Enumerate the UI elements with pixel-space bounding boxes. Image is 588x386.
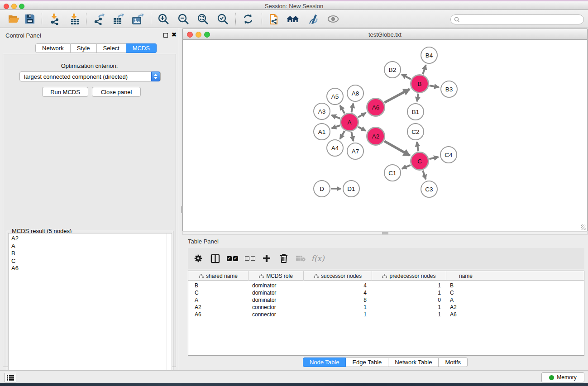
tab-network[interactable]: Network <box>35 43 71 53</box>
graph-node-B2[interactable]: B2 <box>384 61 401 78</box>
unselect-all-columns-icon[interactable] <box>244 253 256 264</box>
tab-select[interactable]: Select <box>97 43 126 53</box>
table-cell[interactable]: 4 <box>304 282 372 289</box>
table-cell[interactable]: A2 <box>188 304 249 311</box>
table-cell[interactable]: A6 <box>446 311 485 318</box>
table-cell[interactable]: 4 <box>304 289 372 296</box>
table-row[interactable]: Bdominator41B <box>188 282 584 289</box>
tab-node-table[interactable]: Node Table <box>303 357 346 367</box>
mcds-result-scrollbar[interactable] <box>167 233 172 386</box>
table-cell[interactable]: dominator <box>249 289 304 296</box>
graph-edge-A6-B[interactable] <box>384 89 410 103</box>
network-vertical-scrollbar-thumb[interactable] <box>181 206 183 213</box>
window-resize-grip-icon[interactable] <box>581 224 586 230</box>
delete-trash-icon[interactable] <box>278 253 290 264</box>
mcds-result-list[interactable]: A2ABCA6 <box>8 233 167 386</box>
table-row[interactable]: A2connector11A2 <box>188 304 584 311</box>
refresh-icon[interactable] <box>242 13 254 25</box>
graph-node-C1[interactable]: C1 <box>384 164 401 181</box>
table-row[interactable]: Adominator80A <box>188 296 584 304</box>
graph-node-D1[interactable]: D1 <box>343 180 360 197</box>
task-history-list-button[interactable] <box>5 373 16 382</box>
import-table-icon[interactable] <box>69 13 81 25</box>
network-horizontal-scrollbar-thumb[interactable] <box>382 232 388 234</box>
table-cell[interactable]: 1 <box>304 311 372 318</box>
graph-edge-B-B3[interactable] <box>430 86 439 87</box>
graph-edge-C-C2[interactable] <box>417 142 418 151</box>
eye-icon[interactable] <box>327 13 339 25</box>
table-cell[interactable]: 1 <box>304 304 372 311</box>
graph-edge-B-B4[interactable] <box>423 65 426 74</box>
graph-node-C[interactable]: C <box>410 152 429 171</box>
export-image-icon[interactable] <box>132 13 143 25</box>
graph-edge-A2-C[interactable] <box>384 141 410 156</box>
table-cell[interactable]: connector <box>249 304 304 311</box>
close-panel-icon[interactable]: ✖ <box>172 33 177 37</box>
save-session-icon[interactable] <box>24 13 36 25</box>
graph-edge-C-C1[interactable] <box>402 165 411 169</box>
graph-node-A4[interactable]: A4 <box>326 139 344 157</box>
graph-node-B3[interactable]: B3 <box>440 81 458 98</box>
graph-node-A3[interactable]: A3 <box>313 103 330 120</box>
tab-mcds[interactable]: MCDS <box>126 43 157 53</box>
graph-node-C4[interactable]: C4 <box>440 146 457 163</box>
column-header-MCDS-role[interactable]: MCDS role <box>249 271 304 281</box>
table-cell[interactable]: 1 <box>372 289 446 296</box>
open-session-icon[interactable] <box>8 13 20 25</box>
graph-edge-A-A1[interactable] <box>332 125 340 128</box>
graph-edge-A-A2[interactable] <box>358 127 366 131</box>
tab-motifs[interactable]: Motifs <box>439 357 468 367</box>
graph-edge-A-A6[interactable] <box>358 113 366 117</box>
table-cell[interactable]: 8 <box>304 296 372 304</box>
mcds-result-item[interactable]: C <box>11 257 167 265</box>
float-panel-icon[interactable] <box>163 33 168 38</box>
mcds-result-item[interactable]: A2 <box>11 235 167 243</box>
graph-edge-A-A5[interactable] <box>340 105 344 114</box>
graph-node-B4[interactable]: B4 <box>421 47 438 64</box>
graph-node-B1[interactable]: B1 <box>407 103 424 120</box>
function-builder-icon[interactable]: f(x) <box>312 253 324 264</box>
table-settings-gear-icon[interactable] <box>192 253 204 264</box>
graph-node-C2[interactable]: C2 <box>407 123 424 140</box>
optimization-criterion-dropdown[interactable]: largest connected component (directed) <box>19 71 161 81</box>
network-horizontal-scrollbar[interactable] <box>182 231 588 235</box>
zoom-selected-icon[interactable] <box>217 13 229 25</box>
graph-node-A7[interactable]: A7 <box>347 143 364 160</box>
table-cell[interactable]: 1 <box>372 311 446 318</box>
mcds-result-item[interactable]: A <box>11 243 167 250</box>
table-cell[interactable]: 0 <box>372 296 446 304</box>
graph-node-A8[interactable]: A8 <box>347 85 364 102</box>
column-header-successor-nodes[interactable]: successor nodes <box>304 271 372 281</box>
table-cell[interactable]: dominator <box>249 296 304 304</box>
create-column-plus-icon[interactable] <box>261 253 272 264</box>
mcds-result-item[interactable]: A6 <box>11 265 167 272</box>
table-cell[interactable]: 1 <box>372 282 446 289</box>
table-cell[interactable]: dominator <box>249 282 304 289</box>
graph-edge-A-A4[interactable] <box>340 131 344 139</box>
search-box[interactable] <box>450 14 584 24</box>
memory-button[interactable]: Memory <box>541 372 584 382</box>
table-cell[interactable]: B <box>446 282 485 289</box>
column-header-name[interactable]: name <box>446 271 485 281</box>
table-cell[interactable]: A <box>446 296 485 304</box>
table-cell[interactable]: C <box>188 289 249 296</box>
column-header-predecessor-nodes[interactable]: predecessor nodes <box>372 271 446 281</box>
graph-node-A6[interactable]: A6 <box>366 98 385 117</box>
zoom-in-icon[interactable] <box>158 13 169 25</box>
run-mcds-button[interactable]: Run MCDS <box>42 87 88 97</box>
tab-network-table[interactable]: Network Table <box>388 357 439 367</box>
table-row[interactable]: Cdominator41C <box>188 289 584 296</box>
column-header-shared-name[interactable]: shared name <box>188 271 249 281</box>
table-cell[interactable]: C <box>446 289 485 296</box>
table-cell[interactable]: A <box>188 296 249 304</box>
graph-edge-C-C3[interactable] <box>423 171 426 179</box>
import-network-icon[interactable] <box>49 13 61 25</box>
table-cell[interactable]: A6 <box>188 311 249 318</box>
network-canvas[interactable]: B4B2BB3A5A8A6A3AB1A1A2C2A4A7C4CC1C3DD1 <box>183 40 587 231</box>
table-cell[interactable]: 1 <box>372 304 446 311</box>
table-cell[interactable]: B <box>188 282 249 289</box>
graph-node-A[interactable]: A <box>340 113 359 132</box>
graph-edge-A-A7[interactable] <box>351 132 353 141</box>
graph-edge-A-A8[interactable] <box>351 104 353 113</box>
graph-node-C3[interactable]: C3 <box>421 181 438 198</box>
